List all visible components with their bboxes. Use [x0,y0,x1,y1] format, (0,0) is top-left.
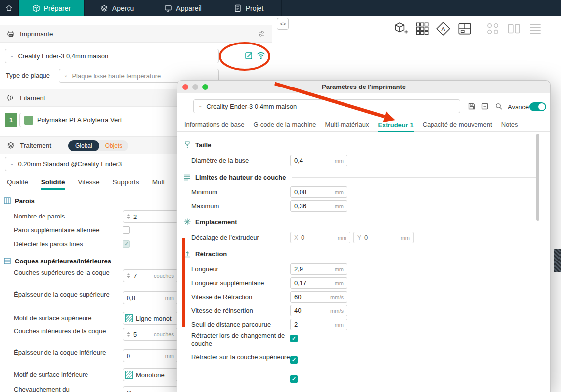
retract-on-top-layer-label: Rétracter sur la couche supérieure [191,353,290,361]
home-button[interactable] [0,0,19,16]
spinner-arrows-icon[interactable] [127,214,130,219]
advanced-mode-toggle[interactable] [529,102,546,111]
tab-device-label: Appareil [176,4,201,12]
bottom-shell-layers-spinner[interactable]: 5 couches [123,328,178,341]
top-shell-thickness-label: Épaisseur de la coque supérieure [14,290,115,299]
retraction-section-header: Rétraction [183,249,537,259]
minimize-window-button[interactable] [192,84,198,90]
spinner-arrows-icon[interactable] [127,273,130,278]
tab-project[interactable]: Projet [216,0,282,16]
unit-label: mm/s [330,308,344,314]
tab-speed[interactable]: Vitesse [78,178,100,190]
chevron-down-icon: ⌄ [64,73,68,78]
wall-loops-spinner[interactable]: 2 [123,210,178,223]
tab-extruder-1[interactable]: Extrudeur 1 [378,121,413,132]
detect-thin-walls-label: Détecter les parois fines [14,238,83,251]
save-preset-icon[interactable] [468,102,475,110]
nozzle-diameter-label: Diamètre de la buse [191,155,249,166]
tab-motion-ability[interactable]: Capacité de mouvement [423,121,492,131]
top-shell-layers-spinner[interactable]: 7 couches [123,269,178,282]
search-icon[interactable] [495,102,503,110]
extruder-offset-x-input[interactable]: X 0 mm [290,232,350,243]
layer-min-input[interactable]: 0,08 mm [290,186,347,198]
plate-layout-icon[interactable] [457,21,473,37]
detect-thin-walls-checkbox[interactable]: ✓ [123,240,130,248]
divider [243,222,537,222]
scope-objects-pill[interactable]: Objets [99,140,129,151]
toolbar-separator [551,21,551,37]
tab-basic-information[interactable]: Informations de base [184,121,244,131]
wifi-icon[interactable] [257,52,265,59]
retraction-speed-input[interactable]: 60 mm/s [290,291,347,303]
deretraction-speed-input[interactable]: 40 mm/s [290,305,347,316]
deretraction-speed-value: 40 [294,307,301,314]
split-parts-icon[interactable] [506,21,522,37]
tab-device[interactable]: Appareil [150,0,216,16]
tab-prepare[interactable]: Préparer [19,0,85,16]
top-surface-pattern-select[interactable]: Ligne monot [123,312,178,325]
tab-machine-gcode[interactable]: G-code de la machine [253,121,316,131]
filament-slot-badge[interactable]: 1 [5,113,17,127]
tab-notes[interactable]: Notes [501,121,518,131]
monitor-icon [164,4,172,12]
sidebar-collapse-button[interactable]: <> [277,18,289,30]
extra-length-input[interactable]: 0,17 mm [290,277,347,289]
partial-bottom-checkbox[interactable]: ✓ [290,375,298,383]
layer-limits-section-title: Limites de hauteur de couche [195,174,286,181]
add-object-icon[interactable] [393,21,409,37]
nozzle-diameter-input[interactable]: 0,4 mm [290,155,347,166]
printer-preset-value: Creality Ender-3 0,4mm maison [18,52,108,60]
spinner-arrows-icon[interactable] [127,332,130,337]
tab-strength[interactable]: Solidité [41,178,65,190]
dialog-tabs: Informations de base G-code de la machin… [177,117,550,132]
top-surface-pattern-label: Motif de surface supérieure [14,312,92,325]
retraction-length-input[interactable]: 2,9 mm [290,263,347,275]
nozzle-diameter-value: 0,4 [294,157,303,164]
extruder-offset-y-input[interactable]: Y 0 mm [353,232,414,243]
unit-label: mm [401,235,410,241]
tab-supports[interactable]: Supports [113,178,139,190]
top-shell-thickness-input[interactable]: 0,8 mm [123,291,178,304]
alternate-extra-wall-checkbox[interactable] [123,226,130,234]
edit-printer-icon[interactable] [245,51,253,60]
unit-label: mm [335,189,344,195]
bottom-surface-pattern-select[interactable]: Monotone [123,368,178,381]
travel-threshold-input[interactable]: 2 mm [290,319,347,330]
printer-preset-select[interactable]: ⌄ Creality Ender-3 0,4mm maison [5,49,219,63]
dialog-preset-select[interactable]: ⌄ Creality Ender-3 0,4mm maison [193,99,460,113]
process-preset-value: 0.20mm Standard @Creality Ender3 [18,160,122,168]
delete-preset-icon[interactable] [481,102,489,110]
nozzle-icon [183,141,191,149]
layer-min-value: 0,08 [294,188,306,196]
printer-section-header: Imprimante [0,25,272,43]
tab-multimaterial[interactable]: Multi-matériaux [325,121,369,131]
viewport-toolbar: A [393,21,551,37]
printer-icon [7,30,15,38]
unit-label: couches [154,331,174,337]
overlap-input[interactable]: 25 [123,386,178,392]
tab-preview[interactable]: Aperçu [85,0,150,16]
bottom-shell-thickness-input[interactable]: 0 mm [123,349,178,362]
split-objects-icon[interactable] [485,21,501,37]
retract-on-layer-change-checkbox[interactable]: ✓ [290,335,298,342]
scope-global-pill[interactable]: Global [68,140,99,151]
unit-label: mm/s [330,294,344,300]
extra-length-label: Longueur supplémentaire [191,277,264,289]
placement-section-title: Emplacement [195,218,237,226]
close-window-button[interactable] [182,84,188,90]
tab-multimaterial[interactable]: Mult [152,178,165,190]
bottom-shell-layers-value: 5 [133,331,137,338]
top-shell-thickness-value: 0,8 [127,294,135,302]
tab-quality[interactable]: Qualité [7,178,28,190]
array-icon[interactable] [414,21,430,37]
layer-max-input[interactable]: 0,36 mm [290,200,347,212]
parameter-settings-icon[interactable] [258,30,265,38]
unit-label: mm [335,280,344,286]
dialog-scrollbar[interactable] [536,134,539,221]
window-controls [177,84,208,90]
check-icon: ✓ [124,241,129,247]
retract-on-top-layer-checkbox[interactable]: ✓ [290,356,298,364]
variable-layer-icon[interactable] [527,21,543,37]
auto-arrange-icon[interactable]: A [435,21,451,37]
zoom-window-button[interactable] [202,84,208,90]
